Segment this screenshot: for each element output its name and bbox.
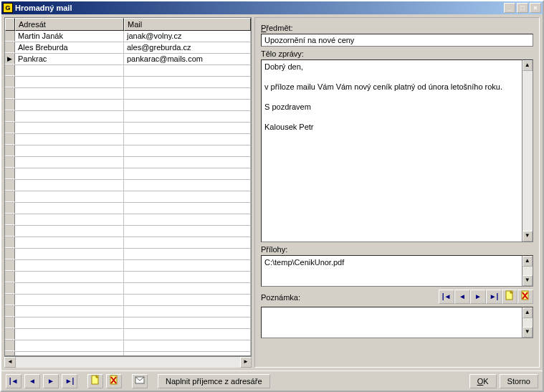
table-row[interactable] bbox=[5, 283, 251, 295]
table-row[interactable]: ▶Pankracpankarac@mails.com bbox=[5, 54, 251, 65]
scroll-up-button[interactable]: ▲ bbox=[522, 60, 533, 71]
scroll-track[interactable] bbox=[522, 318, 533, 327]
cell-name[interactable] bbox=[15, 77, 124, 87]
cell-name[interactable] bbox=[15, 134, 124, 145]
cell-mail[interactable]: pankarac@mails.com bbox=[124, 54, 251, 64]
table-row[interactable] bbox=[5, 180, 251, 191]
cell-mail[interactable] bbox=[124, 157, 251, 168]
nav-first-button[interactable]: |◄ bbox=[439, 290, 454, 304]
cell-mail[interactable] bbox=[124, 340, 251, 351]
cell-mail[interactable] bbox=[124, 237, 251, 248]
note-vscrollbar[interactable]: ▲ ▼ bbox=[522, 307, 533, 338]
cell-name[interactable] bbox=[15, 100, 124, 110]
delete-record-button[interactable] bbox=[517, 290, 533, 304]
scroll-up-button[interactable]: ▲ bbox=[522, 307, 533, 318]
cell-mail[interactable] bbox=[124, 295, 251, 305]
cell-name[interactable] bbox=[15, 111, 124, 122]
attachments-textarea[interactable] bbox=[261, 255, 522, 287]
cell-name[interactable] bbox=[15, 352, 124, 355]
cell-mail[interactable] bbox=[124, 260, 251, 271]
table-row[interactable] bbox=[5, 168, 251, 180]
cell-mail[interactable] bbox=[124, 134, 251, 145]
cell-mail[interactable] bbox=[124, 352, 251, 355]
cell-mail[interactable] bbox=[124, 329, 251, 340]
table-row[interactable] bbox=[5, 352, 251, 355]
cell-name[interactable]: Martin Janák bbox=[15, 31, 124, 42]
table-row[interactable] bbox=[5, 237, 251, 249]
ok-button[interactable]: OK bbox=[469, 374, 497, 388]
cell-name[interactable] bbox=[15, 180, 124, 191]
cell-name[interactable]: Ales Breburda bbox=[15, 42, 124, 53]
cell-name[interactable] bbox=[15, 329, 124, 340]
cell-name[interactable] bbox=[15, 272, 124, 282]
table-row[interactable] bbox=[5, 329, 251, 340]
table-row[interactable] bbox=[5, 77, 251, 88]
cell-name[interactable] bbox=[15, 340, 124, 351]
cell-name[interactable] bbox=[15, 123, 124, 133]
table-row[interactable] bbox=[5, 123, 251, 134]
attachments-vscrollbar[interactable]: ▲ ▼ bbox=[522, 255, 533, 287]
table-row[interactable] bbox=[5, 203, 251, 214]
scroll-track[interactable] bbox=[522, 71, 533, 231]
cell-mail[interactable] bbox=[124, 123, 251, 133]
scroll-thumb[interactable] bbox=[16, 357, 240, 368]
cell-mail[interactable] bbox=[124, 100, 251, 110]
nav-last-button[interactable]: ►| bbox=[486, 290, 502, 304]
cell-mail[interactable] bbox=[124, 249, 251, 259]
cell-name[interactable] bbox=[15, 295, 124, 305]
table-row[interactable]: Ales Breburdaales@greburda.cz bbox=[5, 42, 251, 54]
cell-name[interactable]: Pankrac bbox=[15, 54, 124, 64]
grid-hscrollbar[interactable]: ◄ ► bbox=[4, 356, 252, 368]
table-row[interactable] bbox=[5, 88, 251, 100]
grid-nav-prev-button[interactable]: ◄ bbox=[24, 374, 40, 388]
body-textarea[interactable] bbox=[261, 59, 522, 242]
table-row[interactable] bbox=[5, 134, 251, 145]
column-header-name[interactable]: Adresát bbox=[15, 18, 124, 31]
table-row[interactable] bbox=[5, 100, 251, 111]
table-row[interactable] bbox=[5, 157, 251, 168]
cell-mail[interactable] bbox=[124, 145, 251, 156]
grid-new-record-button[interactable] bbox=[87, 374, 103, 388]
cell-mail[interactable] bbox=[124, 191, 251, 202]
cell-mail[interactable] bbox=[124, 214, 251, 225]
cell-mail[interactable] bbox=[124, 283, 251, 294]
cell-mail[interactable] bbox=[124, 180, 251, 191]
cell-mail[interactable] bbox=[124, 88, 251, 99]
cell-name[interactable] bbox=[15, 65, 124, 76]
table-row[interactable] bbox=[5, 295, 251, 306]
cell-name[interactable] bbox=[15, 260, 124, 271]
table-row[interactable] bbox=[5, 260, 251, 272]
cell-name[interactable] bbox=[15, 317, 124, 328]
cell-mail[interactable] bbox=[124, 111, 251, 122]
cell-name[interactable] bbox=[15, 226, 124, 236]
table-row[interactable] bbox=[5, 111, 251, 123]
table-row[interactable] bbox=[5, 272, 251, 283]
cell-name[interactable] bbox=[15, 283, 124, 294]
maximize-button[interactable]: □ bbox=[517, 3, 528, 13]
cell-mail[interactable] bbox=[124, 226, 251, 236]
table-row[interactable] bbox=[5, 226, 251, 237]
cell-name[interactable] bbox=[15, 306, 124, 317]
table-row[interactable] bbox=[5, 317, 251, 329]
cell-name[interactable] bbox=[15, 168, 124, 179]
grid-nav-next-button[interactable]: ► bbox=[43, 374, 59, 388]
cell-name[interactable] bbox=[15, 191, 124, 202]
cell-name[interactable] bbox=[15, 157, 124, 168]
scroll-track[interactable] bbox=[522, 267, 533, 275]
scroll-down-button[interactable]: ▼ bbox=[522, 231, 533, 242]
table-row[interactable] bbox=[5, 306, 251, 317]
grid-body[interactable]: Martin Janákjanak@volny.czAles Breburdaa… bbox=[5, 31, 251, 355]
cell-mail[interactable] bbox=[124, 77, 251, 87]
column-header-mail[interactable]: Mail bbox=[124, 18, 251, 31]
scroll-right-button[interactable]: ► bbox=[240, 357, 252, 368]
nav-prev-button[interactable]: ◄ bbox=[454, 290, 470, 304]
close-button[interactable]: × bbox=[530, 3, 541, 13]
scroll-down-button[interactable]: ▼ bbox=[522, 327, 533, 338]
address-book-button[interactable] bbox=[132, 374, 148, 388]
cell-mail[interactable] bbox=[124, 168, 251, 179]
table-row[interactable] bbox=[5, 214, 251, 226]
table-row[interactable]: Martin Janákjanak@volny.cz bbox=[5, 31, 251, 42]
cell-name[interactable] bbox=[15, 237, 124, 248]
cell-mail[interactable] bbox=[124, 272, 251, 282]
cell-name[interactable] bbox=[15, 145, 124, 156]
